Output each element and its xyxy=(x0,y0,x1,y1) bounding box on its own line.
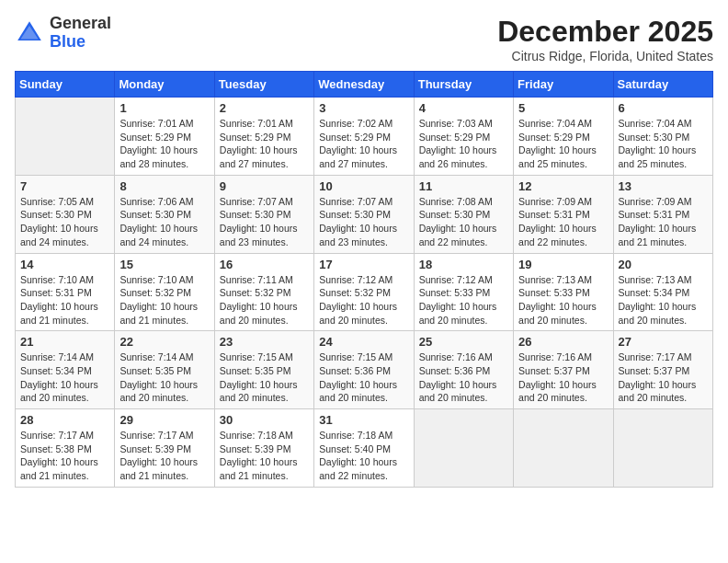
day-info: Sunrise: 7:02 AMSunset: 5:29 PMDaylight:… xyxy=(319,117,408,171)
day-number: 7 xyxy=(20,179,109,193)
title-block: December 2025 Citrus Ridge, Florida, Uni… xyxy=(497,15,713,63)
day-of-week-saturday: Saturday xyxy=(613,72,712,98)
calendar-cell: 11Sunrise: 7:08 AMSunset: 5:30 PMDayligh… xyxy=(414,175,513,253)
day-info: Sunrise: 7:08 AMSunset: 5:30 PMDaylight:… xyxy=(419,195,508,249)
day-info: Sunrise: 7:16 AMSunset: 5:36 PMDaylight:… xyxy=(419,350,508,405)
day-number: 2 xyxy=(220,101,309,115)
calendar-cell: 9Sunrise: 7:07 AMSunset: 5:30 PMDaylight… xyxy=(214,175,313,253)
day-info: Sunrise: 7:05 AMSunset: 5:30 PMDaylight:… xyxy=(20,195,109,249)
day-info: Sunrise: 7:17 AMSunset: 5:37 PMDaylight:… xyxy=(619,350,708,405)
calendar-cell: 4Sunrise: 7:03 AMSunset: 5:29 PMDaylight… xyxy=(414,98,513,176)
day-of-week-wednesday: Wednesday xyxy=(314,72,414,98)
calendar-cell: 31Sunrise: 7:18 AMSunset: 5:40 PMDayligh… xyxy=(314,409,414,488)
day-number: 24 xyxy=(319,335,408,349)
day-info: Sunrise: 7:14 AMSunset: 5:35 PMDaylight:… xyxy=(119,350,209,405)
day-number: 31 xyxy=(319,413,408,427)
day-number: 16 xyxy=(220,258,309,271)
calendar-cell: 12Sunrise: 7:09 AMSunset: 5:31 PMDayligh… xyxy=(514,175,613,253)
calendar-cell: 28Sunrise: 7:17 AMSunset: 5:38 PMDayligh… xyxy=(16,409,115,488)
day-info: Sunrise: 7:09 AMSunset: 5:31 PMDaylight:… xyxy=(518,195,608,249)
day-info: Sunrise: 7:07 AMSunset: 5:30 PMDaylight:… xyxy=(319,195,408,249)
calendar-cell: 10Sunrise: 7:07 AMSunset: 5:30 PMDayligh… xyxy=(314,175,414,253)
day-number: 6 xyxy=(619,101,708,115)
day-info: Sunrise: 7:07 AMSunset: 5:30 PMDaylight:… xyxy=(220,195,309,249)
month-title: December 2025 xyxy=(497,15,713,49)
calendar-cell: 17Sunrise: 7:12 AMSunset: 5:32 PMDayligh… xyxy=(314,253,414,331)
day-number: 17 xyxy=(319,258,408,271)
day-of-week-sunday: Sunday xyxy=(16,72,115,98)
day-number: 21 xyxy=(20,335,109,349)
day-info: Sunrise: 7:01 AMSunset: 5:29 PMDaylight:… xyxy=(220,117,309,171)
calendar-cell: 1Sunrise: 7:01 AMSunset: 5:29 PMDaylight… xyxy=(115,98,214,176)
calendar-cell: 7Sunrise: 7:05 AMSunset: 5:30 PMDaylight… xyxy=(16,175,115,253)
calendar-table: SundayMondayTuesdayWednesdayThursdayFrid… xyxy=(15,71,713,488)
day-number: 1 xyxy=(119,101,209,115)
logo-text: General Blue xyxy=(50,15,111,52)
day-number: 12 xyxy=(518,179,608,193)
day-number: 22 xyxy=(119,335,209,349)
day-info: Sunrise: 7:10 AMSunset: 5:32 PMDaylight:… xyxy=(119,273,209,327)
day-info: Sunrise: 7:11 AMSunset: 5:32 PMDaylight:… xyxy=(220,273,309,327)
day-info: Sunrise: 7:12 AMSunset: 5:33 PMDaylight:… xyxy=(419,273,508,327)
calendar-cell: 24Sunrise: 7:15 AMSunset: 5:36 PMDayligh… xyxy=(314,331,414,409)
day-number: 23 xyxy=(220,335,309,349)
calendar-cell: 22Sunrise: 7:14 AMSunset: 5:35 PMDayligh… xyxy=(115,331,214,409)
calendar-cell: 6Sunrise: 7:04 AMSunset: 5:30 PMDaylight… xyxy=(613,98,712,176)
day-of-week-monday: Monday xyxy=(115,72,214,98)
day-info: Sunrise: 7:15 AMSunset: 5:35 PMDaylight:… xyxy=(220,350,309,405)
day-info: Sunrise: 7:16 AMSunset: 5:37 PMDaylight:… xyxy=(518,350,608,405)
day-number: 18 xyxy=(419,258,508,271)
calendar-cell xyxy=(514,409,613,488)
day-info: Sunrise: 7:15 AMSunset: 5:36 PMDaylight:… xyxy=(319,350,408,405)
calendar-cell: 3Sunrise: 7:02 AMSunset: 5:29 PMDaylight… xyxy=(314,98,414,176)
day-number: 14 xyxy=(20,258,109,271)
day-info: Sunrise: 7:18 AMSunset: 5:39 PMDaylight:… xyxy=(220,429,309,483)
day-number: 15 xyxy=(119,258,209,271)
day-info: Sunrise: 7:09 AMSunset: 5:31 PMDaylight:… xyxy=(619,195,708,249)
day-info: Sunrise: 7:04 AMSunset: 5:29 PMDaylight:… xyxy=(518,117,608,171)
day-number: 19 xyxy=(518,258,608,271)
day-number: 20 xyxy=(619,258,708,271)
day-info: Sunrise: 7:18 AMSunset: 5:40 PMDaylight:… xyxy=(319,429,408,483)
day-number: 26 xyxy=(518,335,608,349)
calendar-cell: 19Sunrise: 7:13 AMSunset: 5:33 PMDayligh… xyxy=(514,253,613,331)
calendar-cell: 5Sunrise: 7:04 AMSunset: 5:29 PMDaylight… xyxy=(514,98,613,176)
day-number: 27 xyxy=(619,335,708,349)
day-number: 29 xyxy=(119,413,209,427)
calendar-week-row: 28Sunrise: 7:17 AMSunset: 5:38 PMDayligh… xyxy=(16,409,713,488)
calendar-cell: 18Sunrise: 7:12 AMSunset: 5:33 PMDayligh… xyxy=(414,253,513,331)
calendar-cell: 29Sunrise: 7:17 AMSunset: 5:39 PMDayligh… xyxy=(115,409,214,488)
calendar-cell: 13Sunrise: 7:09 AMSunset: 5:31 PMDayligh… xyxy=(613,175,712,253)
calendar-week-row: 14Sunrise: 7:10 AMSunset: 5:31 PMDayligh… xyxy=(16,253,713,331)
day-info: Sunrise: 7:13 AMSunset: 5:33 PMDaylight:… xyxy=(518,273,608,327)
day-info: Sunrise: 7:17 AMSunset: 5:39 PMDaylight:… xyxy=(119,429,209,483)
day-number: 4 xyxy=(419,101,508,115)
day-info: Sunrise: 7:14 AMSunset: 5:34 PMDaylight:… xyxy=(20,350,109,405)
calendar-cell: 14Sunrise: 7:10 AMSunset: 5:31 PMDayligh… xyxy=(16,253,115,331)
day-info: Sunrise: 7:10 AMSunset: 5:31 PMDaylight:… xyxy=(20,273,109,327)
day-number: 13 xyxy=(619,179,708,193)
calendar-week-row: 7Sunrise: 7:05 AMSunset: 5:30 PMDaylight… xyxy=(16,175,713,253)
day-of-week-friday: Friday xyxy=(514,72,613,98)
day-number: 3 xyxy=(319,101,408,115)
day-info: Sunrise: 7:01 AMSunset: 5:29 PMDaylight:… xyxy=(119,117,209,171)
logo-icon xyxy=(15,18,44,48)
day-number: 25 xyxy=(419,335,508,349)
day-of-week-tuesday: Tuesday xyxy=(214,72,313,98)
page-header: General Blue December 2025 Citrus Ridge,… xyxy=(15,15,713,63)
day-info: Sunrise: 7:04 AMSunset: 5:30 PMDaylight:… xyxy=(619,117,708,171)
calendar-cell xyxy=(613,409,712,488)
logo: General Blue xyxy=(15,15,111,52)
day-number: 10 xyxy=(319,179,408,193)
day-number: 11 xyxy=(419,179,508,193)
calendar-cell xyxy=(414,409,513,488)
day-info: Sunrise: 7:13 AMSunset: 5:34 PMDaylight:… xyxy=(619,273,708,327)
day-number: 30 xyxy=(220,413,309,427)
calendar-cell: 23Sunrise: 7:15 AMSunset: 5:35 PMDayligh… xyxy=(214,331,313,409)
calendar-cell: 21Sunrise: 7:14 AMSunset: 5:34 PMDayligh… xyxy=(16,331,115,409)
day-number: 28 xyxy=(20,413,109,427)
day-info: Sunrise: 7:03 AMSunset: 5:29 PMDaylight:… xyxy=(419,117,508,171)
calendar-cell: 2Sunrise: 7:01 AMSunset: 5:29 PMDaylight… xyxy=(214,98,313,176)
calendar-week-row: 21Sunrise: 7:14 AMSunset: 5:34 PMDayligh… xyxy=(16,331,713,409)
calendar-cell: 15Sunrise: 7:10 AMSunset: 5:32 PMDayligh… xyxy=(115,253,214,331)
